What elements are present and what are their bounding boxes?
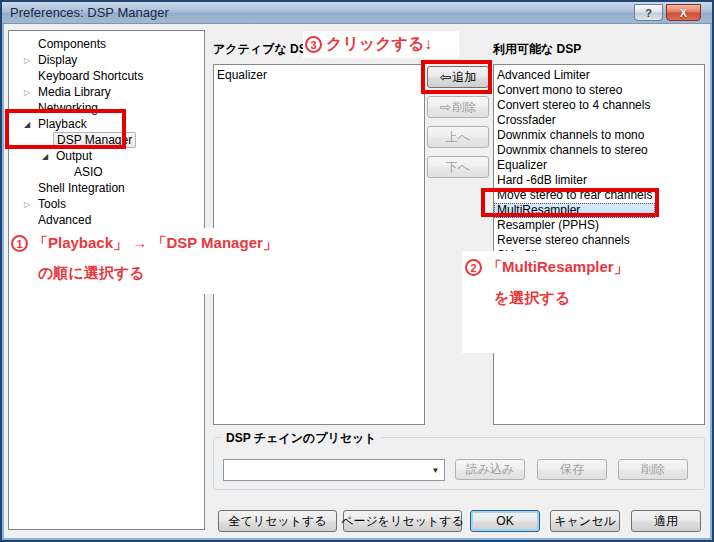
- list-item[interactable]: Convert stereo to 4 channels: [494, 98, 704, 113]
- annotation-step2-line2: を選択する: [494, 289, 654, 308]
- list-item[interactable]: Hard -6dB limiter: [494, 173, 704, 188]
- list-item-label: Equalizer: [217, 68, 267, 82]
- list-item-label: Equalizer: [497, 158, 547, 172]
- close-button[interactable]: X: [666, 4, 701, 21]
- move-down-button[interactable]: 下へ: [427, 156, 489, 178]
- list-item[interactable]: Downmix channels to mono: [494, 128, 704, 143]
- tree-item[interactable]: Tools: [9, 196, 204, 212]
- tree-item[interactable]: Networking: [9, 100, 204, 116]
- dsp-chain-preset-label: DSP チェインのプリセット: [222, 430, 381, 447]
- window-title: Preferences: DSP Manager: [10, 5, 169, 20]
- chevron-down-icon[interactable]: ▼: [427, 466, 444, 475]
- tree-item-label: Networking: [35, 101, 101, 115]
- list-item[interactable]: Reverse stereo channels: [494, 233, 704, 248]
- list-item-label: MultiResampler: [497, 203, 580, 217]
- tree-item[interactable]: Media Library: [9, 84, 204, 100]
- circled-number-icon: 1: [11, 235, 28, 252]
- list-item-label: Move stereo to rear channels: [497, 188, 652, 202]
- title-bar: Preferences: DSP Manager ? X: [2, 2, 712, 24]
- list-item[interactable]: Advanced Limiter: [494, 68, 704, 83]
- list-item-label: Advanced Limiter: [497, 68, 590, 82]
- load-preset-button[interactable]: 読み込み: [455, 459, 525, 480]
- tree-item-label: DSP Manager: [53, 132, 136, 148]
- tree-item-label: Playback: [35, 117, 90, 131]
- list-item-label: Downmix channels to stereo: [497, 143, 648, 157]
- move-up-button[interactable]: 上へ: [427, 126, 489, 148]
- tree-expander-icon[interactable]: [19, 115, 35, 133]
- list-item[interactable]: Equalizer: [214, 68, 424, 83]
- preset-combobox[interactable]: ▼: [223, 459, 445, 481]
- list-item[interactable]: Convert mono to stereo: [494, 83, 704, 98]
- list-item[interactable]: Move stereo to rear channels: [494, 188, 704, 203]
- tree-item-label: ASIO: [71, 165, 106, 179]
- tree-expander-icon[interactable]: [19, 195, 35, 213]
- tree-item-label: Components: [35, 37, 109, 51]
- available-dsp-list: Advanced Limiter Convert mono to stereo …: [493, 64, 705, 425]
- ok-button[interactable]: OK: [470, 510, 540, 532]
- tree-item[interactable]: ASIO: [9, 164, 204, 180]
- available-dsp-label: 利用可能な DSP: [493, 41, 581, 58]
- reset-page-button[interactable]: ページをリセットする: [343, 510, 462, 532]
- annotation-step1: 1 「Playback」 → 「DSP Manager」 の順に選択する: [11, 228, 363, 294]
- apply-button[interactable]: 適用: [631, 510, 701, 532]
- tree-item[interactable]: Shell Integration: [9, 180, 204, 196]
- annotation-step3: 3 クリックする↓: [303, 31, 459, 58]
- tree-item[interactable]: Advanced: [9, 212, 204, 228]
- list-item-label: Convert stereo to 4 channels: [497, 98, 650, 112]
- list-item[interactable]: Downmix channels to stereo: [494, 143, 704, 158]
- tree-item-label: Media Library: [35, 85, 114, 99]
- add-button-label: 追加: [452, 69, 476, 86]
- help-button[interactable]: ?: [634, 4, 663, 21]
- list-item[interactable]: Crossfader: [494, 113, 704, 128]
- tree-item[interactable]: Keyboard Shortcuts: [9, 68, 204, 84]
- tree-item[interactable]: Display: [9, 52, 204, 68]
- list-item-label: Convert mono to stereo: [497, 83, 622, 97]
- tree-item[interactable]: Playback: [9, 116, 204, 132]
- delete-preset-button[interactable]: 削除: [618, 459, 688, 480]
- annotation-step2-line1: 「MultiResampler」: [487, 258, 629, 277]
- circled-number-icon: 3: [305, 36, 322, 53]
- tree-expander-icon[interactable]: [19, 83, 35, 101]
- list-item[interactable]: MultiResampler: [494, 203, 655, 218]
- list-item[interactable]: Equalizer: [494, 158, 704, 173]
- add-button[interactable]: 追加: [427, 66, 489, 88]
- tree-item[interactable]: Output: [9, 148, 204, 164]
- tree-item[interactable]: Components: [9, 36, 204, 52]
- list-item-label: Hard -6dB limiter: [497, 173, 587, 187]
- list-item-label: Reverse stereo channels: [497, 233, 630, 247]
- tree-item-label: Display: [35, 53, 80, 67]
- tree-item-label: Tools: [35, 197, 69, 211]
- tree-item-label: Keyboard Shortcuts: [35, 69, 146, 83]
- arrow-right-icon: [440, 100, 453, 114]
- cancel-button[interactable]: キャンセル: [550, 510, 620, 532]
- list-item-label: Resampler (PPHS): [497, 218, 599, 232]
- preferences-dialog: Preferences: DSP Manager ? X Components …: [0, 0, 714, 542]
- list-item-label: Crossfader: [497, 113, 556, 127]
- list-item-label: Downmix channels to mono: [497, 128, 644, 142]
- annotation-step2: 2 「MultiResampler」 を選択する: [462, 251, 654, 353]
- tree-expander-icon[interactable]: [37, 147, 53, 165]
- reset-all-button[interactable]: 全てリセットする: [218, 510, 337, 532]
- tree-expander-icon[interactable]: [19, 51, 35, 69]
- tree-item-label: Output: [53, 149, 95, 163]
- tree-item[interactable]: DSP Manager: [9, 132, 204, 148]
- arrow-left-icon: [440, 70, 453, 84]
- tree-item-label: Shell Integration: [35, 181, 128, 195]
- active-dsp-label: アクティブな DSP: [213, 41, 315, 58]
- annotation-step1-line1: 「Playback」 → 「DSP Manager」: [33, 234, 278, 253]
- annotation-step3-text: クリックする↓: [326, 34, 432, 55]
- circled-number-icon: 2: [465, 259, 482, 276]
- annotation-step1-line2: の順に選択する: [38, 264, 363, 283]
- remove-button[interactable]: 削除: [427, 96, 489, 118]
- tree-item-label: Advanced: [35, 213, 94, 227]
- remove-button-label: 削除: [452, 99, 476, 116]
- save-preset-button[interactable]: 保存: [537, 459, 607, 480]
- list-item[interactable]: Resampler (PPHS): [494, 218, 704, 233]
